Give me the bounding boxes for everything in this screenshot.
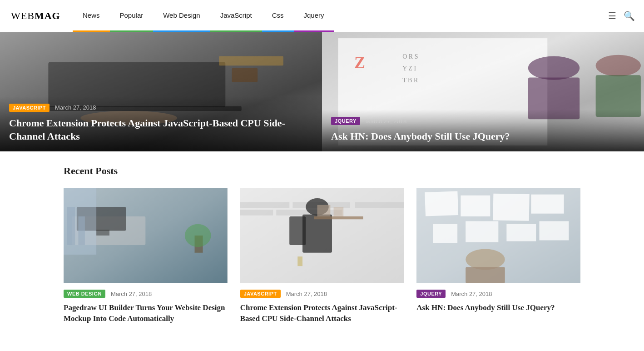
hero-left-tag: JAVASCRIPT [9, 104, 50, 112]
header: WEBMAG News Popular Web Design JavaScrip… [0, 0, 644, 32]
svg-point-14 [596, 55, 641, 76]
post-1-tag: WEB DESIGN [64, 290, 105, 298]
hero-right[interactable]: Z O R S Y Z I T B R JQUERY March 27, 201… [322, 32, 644, 151]
post-2-meta: JAVASCRIPT March 27, 2018 [240, 290, 404, 298]
svg-rect-33 [302, 215, 332, 253]
posts-grid: WEB DESIGN March 27, 2018 Pagedraw UI Bu… [64, 188, 580, 324]
svg-text:T B R: T B R [402, 77, 418, 84]
svg-point-12 [528, 56, 580, 80]
nav-news[interactable]: News [73, 0, 110, 32]
svg-rect-37 [333, 207, 343, 216]
logo[interactable]: WEBMAG [0, 0, 73, 32]
header-icons: ☰ 🔍 [599, 0, 644, 32]
svg-rect-46 [466, 221, 499, 242]
svg-point-49 [466, 249, 505, 270]
menu-icon[interactable]: ☰ [608, 10, 616, 21]
logo-mag: MAG [35, 10, 60, 22]
svg-rect-34 [289, 216, 306, 245]
svg-text:Y Z I: Y Z I [402, 65, 416, 72]
post-card-2: JAVASCRIPT March 27, 2018 Chrome Extensi… [240, 188, 404, 324]
nav-jquery[interactable]: Jquery [294, 0, 334, 32]
svg-rect-29 [355, 202, 404, 208]
hero-right-meta: JQUERY March 27, 2018 [331, 117, 635, 125]
post-1-date: March 27, 2018 [111, 291, 152, 297]
hero-left[interactable]: JAVASCRIPT March 27, 2018 Chrome Extensi… [0, 32, 322, 151]
svg-rect-45 [433, 224, 457, 243]
svg-rect-38 [297, 256, 302, 266]
post-1-meta: WEB DESIGN March 27, 2018 [64, 290, 228, 298]
hero-right-date: March 27, 2018 [366, 118, 406, 125]
post-2-date: March 27, 2018 [286, 291, 327, 297]
hero-left-meta: JAVASCRIPT March 27, 2018 [9, 104, 313, 112]
svg-rect-50 [466, 267, 505, 283]
hero-section: JAVASCRIPT March 27, 2018 Chrome Extensi… [0, 32, 644, 151]
post-1-title[interactable]: Pagedraw UI Builder Turns Your Website D… [64, 302, 228, 324]
svg-rect-44 [531, 195, 564, 214]
post-card-3: JQUERY March 27, 2018 Ask HN: Does Anybo… [416, 188, 580, 324]
post-1-image[interactable] [64, 188, 228, 283]
post-2-title[interactable]: Chrome Extension Protects Against JavaSc… [240, 302, 404, 324]
hero-left-date: March 27, 2018 [55, 104, 96, 111]
hero-left-overlay: JAVASCRIPT March 27, 2018 Chrome Extensi… [0, 96, 322, 151]
post-3-image[interactable] [416, 188, 580, 283]
post-2-image[interactable] [240, 188, 404, 283]
svg-rect-47 [507, 224, 536, 241]
post-3-meta: JQUERY March 27, 2018 [416, 290, 580, 298]
hero-right-overlay: JQUERY March 27, 2018 Ask HN: Does Anybo… [322, 110, 644, 151]
svg-rect-42 [461, 196, 490, 216]
nav-webdesign[interactable]: Web Design [153, 0, 210, 32]
logo-web: WEB [11, 10, 35, 22]
post-3-title[interactable]: Ask HN: Does Anybody Still Use JQuery? [416, 302, 580, 313]
svg-rect-27 [240, 202, 289, 208]
main-nav: News Popular Web Design JavaScript Css J… [73, 0, 599, 32]
svg-rect-30 [240, 210, 273, 216]
svg-rect-19 [96, 230, 109, 236]
post-3-tag: JQUERY [416, 290, 446, 298]
svg-rect-43 [493, 194, 530, 221]
svg-text:Z: Z [354, 54, 365, 72]
hero-left-title: Chrome Extension Protects Against JavaSc… [9, 116, 313, 143]
svg-rect-4 [232, 68, 258, 82]
nav-popular[interactable]: Popular [110, 0, 154, 32]
hero-right-title: Ask HN: Does Anybody Still Use JQuery? [331, 130, 635, 143]
svg-rect-48 [540, 221, 569, 241]
svg-rect-41 [425, 191, 459, 216]
post-3-date: March 27, 2018 [451, 291, 492, 297]
search-icon[interactable]: 🔍 [624, 10, 635, 21]
nav-javascript[interactable]: JavaScript [210, 0, 262, 32]
nav-css[interactable]: Css [262, 0, 294, 32]
svg-rect-36 [317, 205, 330, 216]
svg-rect-23 [67, 207, 75, 245]
post-2-tag: JAVASCRIPT [240, 290, 281, 298]
post-card-1: WEB DESIGN March 27, 2018 Pagedraw UI Bu… [64, 188, 228, 324]
svg-rect-35 [314, 216, 363, 219]
hero-right-tag: JQUERY [331, 117, 360, 125]
svg-rect-5 [219, 56, 283, 65]
svg-rect-24 [78, 216, 84, 245]
recent-posts-title: Recent Posts [64, 165, 580, 177]
recent-posts-section: Recent Posts [0, 151, 644, 342]
svg-point-21 [185, 224, 211, 247]
svg-text:O R S: O R S [402, 53, 418, 60]
